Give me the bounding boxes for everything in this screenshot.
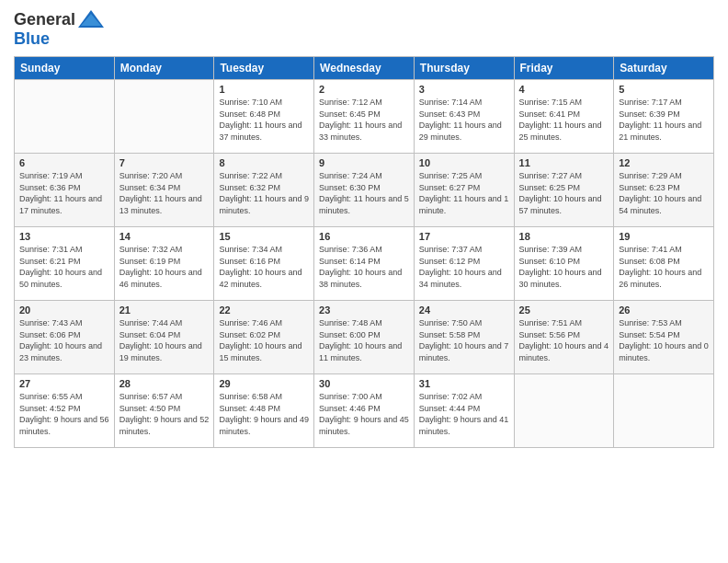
day-number: 19 — [619, 231, 709, 242]
weekday-header-friday: Friday — [514, 57, 614, 80]
day-number: 28 — [119, 378, 210, 389]
day-content: Sunrise: 7:51 AM Sunset: 5:56 PM Dayligh… — [519, 317, 609, 363]
day-number: 27 — [19, 378, 109, 389]
header: GeneralBlue — [14, 9, 714, 49]
calendar-day-10: 10Sunrise: 7:25 AM Sunset: 6:27 PM Dayli… — [414, 154, 514, 227]
day-content: Sunrise: 7:12 AM Sunset: 6:45 PM Dayligh… — [319, 97, 409, 143]
empty-cell — [614, 374, 714, 448]
calendar-day-29: 29Sunrise: 6:58 AM Sunset: 4:48 PM Dayli… — [214, 374, 314, 448]
weekday-header-thursday: Thursday — [414, 57, 514, 80]
day-content: Sunrise: 7:44 AM Sunset: 6:04 PM Dayligh… — [119, 317, 210, 363]
day-number: 8 — [219, 157, 309, 168]
calendar-day-7: 7Sunrise: 7:20 AM Sunset: 6:34 PM Daylig… — [114, 154, 214, 227]
day-number: 24 — [419, 304, 509, 316]
day-content: Sunrise: 6:55 AM Sunset: 4:52 PM Dayligh… — [19, 391, 109, 437]
day-content: Sunrise: 7:20 AM Sunset: 6:34 PM Dayligh… — [119, 170, 210, 216]
day-content: Sunrise: 7:39 AM Sunset: 6:10 PM Dayligh… — [519, 244, 609, 290]
day-number: 30 — [319, 378, 409, 389]
calendar-day-16: 16Sunrise: 7:36 AM Sunset: 6:14 PM Dayli… — [314, 227, 415, 301]
calendar-day-8: 8Sunrise: 7:22 AM Sunset: 6:32 PM Daylig… — [214, 154, 314, 227]
day-number: 7 — [119, 157, 210, 168]
weekday-header-monday: Monday — [114, 57, 214, 80]
day-number: 12 — [619, 157, 709, 168]
day-number: 13 — [19, 231, 109, 242]
calendar-day-26: 26Sunrise: 7:53 AM Sunset: 5:54 PM Dayli… — [614, 301, 714, 374]
calendar-table: SundayMondayTuesdayWednesdayThursdayFrid… — [14, 56, 714, 448]
day-content: Sunrise: 7:10 AM Sunset: 6:48 PM Dayligh… — [219, 97, 309, 143]
weekday-header-row: SundayMondayTuesdayWednesdayThursdayFrid… — [15, 57, 714, 80]
day-number: 11 — [519, 157, 609, 168]
day-content: Sunrise: 7:32 AM Sunset: 6:19 PM Dayligh… — [119, 244, 210, 290]
day-content: Sunrise: 7:41 AM Sunset: 6:08 PM Dayligh… — [619, 244, 709, 290]
logo-general-text: General — [14, 10, 75, 29]
calendar-day-3: 3Sunrise: 7:14 AM Sunset: 6:43 PM Daylig… — [414, 80, 514, 154]
day-content: Sunrise: 7:37 AM Sunset: 6:12 PM Dayligh… — [419, 244, 509, 290]
day-number: 18 — [519, 231, 609, 242]
day-number: 20 — [19, 304, 109, 316]
day-number: 6 — [19, 157, 109, 168]
day-content: Sunrise: 7:27 AM Sunset: 6:25 PM Dayligh… — [519, 170, 609, 216]
day-content: Sunrise: 7:43 AM Sunset: 6:06 PM Dayligh… — [19, 317, 109, 363]
day-number: 31 — [419, 378, 509, 389]
calendar-day-11: 11Sunrise: 7:27 AM Sunset: 6:25 PM Dayli… — [514, 154, 614, 227]
calendar-day-17: 17Sunrise: 7:37 AM Sunset: 6:12 PM Dayli… — [414, 227, 514, 301]
empty-cell — [514, 374, 614, 448]
day-content: Sunrise: 7:48 AM Sunset: 6:00 PM Dayligh… — [319, 317, 409, 363]
calendar-day-9: 9Sunrise: 7:24 AM Sunset: 6:30 PM Daylig… — [314, 154, 415, 227]
day-number: 25 — [519, 304, 609, 316]
calendar-day-1: 1Sunrise: 7:10 AM Sunset: 6:48 PM Daylig… — [214, 80, 314, 154]
weekday-header-saturday: Saturday — [614, 57, 714, 80]
day-number: 16 — [319, 231, 409, 242]
day-content: Sunrise: 7:31 AM Sunset: 6:21 PM Dayligh… — [19, 244, 109, 290]
calendar-day-19: 19Sunrise: 7:41 AM Sunset: 6:08 PM Dayli… — [614, 227, 714, 301]
logo-icon — [77, 9, 105, 29]
day-number: 1 — [219, 84, 309, 95]
calendar-week-3: 13Sunrise: 7:31 AM Sunset: 6:21 PM Dayli… — [15, 227, 714, 301]
page: GeneralBlue SundayMondayTuesdayWednesday… — [0, 0, 728, 563]
day-content: Sunrise: 7:17 AM Sunset: 6:39 PM Dayligh… — [619, 97, 709, 143]
logo-blue-text: Blue — [14, 29, 105, 49]
day-content: Sunrise: 7:00 AM Sunset: 4:46 PM Dayligh… — [319, 391, 409, 437]
day-number: 26 — [619, 304, 709, 316]
day-number: 10 — [419, 157, 509, 168]
day-number: 14 — [119, 231, 210, 242]
day-content: Sunrise: 7:50 AM Sunset: 5:58 PM Dayligh… — [419, 317, 509, 363]
calendar-day-13: 13Sunrise: 7:31 AM Sunset: 6:21 PM Dayli… — [15, 227, 115, 301]
empty-cell — [114, 80, 214, 154]
calendar-day-20: 20Sunrise: 7:43 AM Sunset: 6:06 PM Dayli… — [15, 301, 115, 374]
day-content: Sunrise: 7:46 AM Sunset: 6:02 PM Dayligh… — [219, 317, 309, 363]
calendar-day-6: 6Sunrise: 7:19 AM Sunset: 6:36 PM Daylig… — [15, 154, 115, 227]
calendar-day-4: 4Sunrise: 7:15 AM Sunset: 6:41 PM Daylig… — [514, 80, 614, 154]
day-content: Sunrise: 7:14 AM Sunset: 6:43 PM Dayligh… — [419, 97, 509, 143]
day-content: Sunrise: 7:25 AM Sunset: 6:27 PM Dayligh… — [419, 170, 509, 216]
day-content: Sunrise: 7:36 AM Sunset: 6:14 PM Dayligh… — [319, 244, 409, 290]
day-number: 3 — [419, 84, 509, 95]
day-number: 5 — [619, 84, 709, 95]
logo: GeneralBlue — [14, 9, 105, 49]
calendar-week-1: 1Sunrise: 7:10 AM Sunset: 6:48 PM Daylig… — [15, 80, 714, 154]
calendar-day-31: 31Sunrise: 7:02 AM Sunset: 4:44 PM Dayli… — [414, 374, 514, 448]
weekday-header-sunday: Sunday — [15, 57, 115, 80]
day-content: Sunrise: 7:24 AM Sunset: 6:30 PM Dayligh… — [319, 170, 409, 216]
day-number: 21 — [119, 304, 210, 316]
day-content: Sunrise: 7:34 AM Sunset: 6:16 PM Dayligh… — [219, 244, 309, 290]
day-content: Sunrise: 7:02 AM Sunset: 4:44 PM Dayligh… — [419, 391, 509, 437]
day-number: 9 — [319, 157, 409, 168]
day-content: Sunrise: 6:57 AM Sunset: 4:50 PM Dayligh… — [119, 391, 210, 437]
day-number: 22 — [219, 304, 309, 316]
calendar-day-28: 28Sunrise: 6:57 AM Sunset: 4:50 PM Dayli… — [114, 374, 214, 448]
calendar-day-27: 27Sunrise: 6:55 AM Sunset: 4:52 PM Dayli… — [15, 374, 115, 448]
day-content: Sunrise: 7:29 AM Sunset: 6:23 PM Dayligh… — [619, 170, 709, 216]
day-number: 29 — [219, 378, 309, 389]
day-number: 15 — [219, 231, 309, 242]
calendar-week-4: 20Sunrise: 7:43 AM Sunset: 6:06 PM Dayli… — [15, 301, 714, 374]
calendar-week-2: 6Sunrise: 7:19 AM Sunset: 6:36 PM Daylig… — [15, 154, 714, 227]
weekday-header-tuesday: Tuesday — [214, 57, 314, 80]
day-number: 17 — [419, 231, 509, 242]
day-content: Sunrise: 7:22 AM Sunset: 6:32 PM Dayligh… — [219, 170, 309, 216]
calendar-day-24: 24Sunrise: 7:50 AM Sunset: 5:58 PM Dayli… — [414, 301, 514, 374]
calendar-day-12: 12Sunrise: 7:29 AM Sunset: 6:23 PM Dayli… — [614, 154, 714, 227]
day-content: Sunrise: 7:15 AM Sunset: 6:41 PM Dayligh… — [519, 97, 609, 143]
calendar-day-25: 25Sunrise: 7:51 AM Sunset: 5:56 PM Dayli… — [514, 301, 614, 374]
calendar-day-14: 14Sunrise: 7:32 AM Sunset: 6:19 PM Dayli… — [114, 227, 214, 301]
